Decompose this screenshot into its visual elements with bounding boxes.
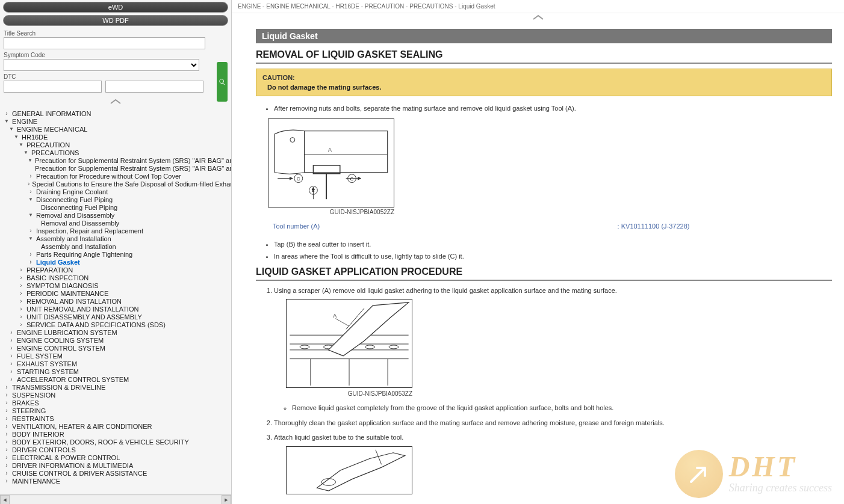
tree-item[interactable]: ›BASIC INSPECTION — [4, 274, 230, 281]
tree-item-label: ENGINE MECHANICAL — [17, 126, 87, 133]
tree-item[interactable]: ›MAINTENANCE — [4, 477, 230, 485]
nav-tree[interactable]: ›GENERAL INFORMATION▼ENGINE▼ENGINE MECHA… — [0, 107, 231, 494]
tree-item[interactable]: ›GENERAL INFORMATION — [4, 109, 230, 117]
tree-item[interactable]: ›RESTRAINTS — [4, 414, 230, 422]
tree-item[interactable]: Removal and Disassembly — [4, 219, 230, 227]
tree-item[interactable]: ›BRAKES — [4, 399, 230, 407]
tree-item[interactable]: ›FUEL SYSTEM — [4, 352, 230, 360]
tree-item[interactable]: Precaution for Supplemental Restraint Sy… — [4, 164, 230, 172]
tree-item[interactable]: ›DRIVER INFORMATION & MULTIMEDIA — [4, 461, 230, 469]
tree-item[interactable]: ›Special Cautions to Ensure the Safe Dis… — [4, 180, 230, 188]
symptom-code-select[interactable] — [4, 59, 199, 71]
tree-item[interactable]: ▼ENGINE — [4, 117, 230, 125]
tree-item[interactable]: ›EXHAUST SYSTEM — [4, 360, 230, 367]
tree-item-label: SYMPTOM DIAGNOSIS — [26, 282, 99, 289]
chevron-right-icon: › — [18, 274, 24, 281]
tree-item[interactable]: ▼HR16DE — [4, 133, 230, 141]
chevron-down-icon: ▼ — [18, 142, 24, 147]
tree-item-label: Removal and Disassembly — [41, 220, 119, 227]
tree-item[interactable]: ›BODY EXTERIOR, DOORS, ROOF & VEHICLE SE… — [4, 438, 230, 446]
sidebar-collapse-handle[interactable] — [0, 97, 231, 107]
caution-text: Do not damage the mating surfaces. — [262, 84, 825, 91]
tree-item[interactable]: ›SUSPENSION — [4, 391, 230, 399]
chevron-right-icon: › — [4, 438, 10, 445]
tree-item[interactable]: ›TRANSMISSION & DRIVELINE — [4, 383, 230, 391]
title-search-input[interactable] — [4, 37, 205, 49]
chevron-right-icon: › — [4, 431, 10, 437]
dtc-input-1[interactable] — [4, 81, 102, 93]
chevron-right-icon: › — [4, 454, 10, 461]
tree-item[interactable]: ›Liquid Gasket — [4, 258, 230, 266]
figure-3-svg — [287, 447, 412, 494]
tab-ewd[interactable]: eWD — [3, 2, 228, 13]
chevron-right-icon: › — [18, 266, 24, 273]
tree-item[interactable]: ›UNIT REMOVAL AND INSTALLATION — [4, 305, 230, 313]
tree-item[interactable]: ›UNIT DISASSEMBLY AND ASSEMBLY — [4, 313, 230, 321]
chevron-right-icon: › — [4, 415, 10, 422]
section-heading-application: LIQUID GASKET APPLICATION PROCEDURE — [256, 266, 832, 281]
chevron-down-icon: ▼ — [28, 158, 33, 163]
tree-item-label: UNIT REMOVAL AND INSTALLATION — [26, 306, 138, 313]
tree-item-label: PERIODIC MAINTENANCE — [26, 290, 108, 297]
tree-item[interactable]: ▼PRECAUTION — [4, 141, 230, 149]
tree-item[interactable]: ›ENGINE COOLING SYSTEM — [4, 336, 230, 344]
tree-item[interactable]: ›PREPARATION — [4, 266, 230, 274]
svg-text:A: A — [328, 147, 332, 153]
tree-item[interactable]: Assembly and Installation — [4, 242, 230, 250]
tree-item[interactable]: ›REMOVAL AND INSTALLATION — [4, 297, 230, 305]
bullet-item: Tap (B) the seal cutter to insert it. — [274, 239, 832, 250]
scroll-right-button[interactable]: ► — [222, 495, 231, 505]
tree-item-label: SUSPENSION — [12, 392, 55, 399]
tree-item-label: SERVICE DATA AND SPECIFICATIONS (SDS) — [26, 321, 166, 328]
figure-1-svg: A C B C — [268, 119, 394, 207]
chevron-down-icon: ▼ — [8, 126, 14, 132]
tree-item[interactable]: ▼Disconnecting Fuel Piping — [4, 195, 230, 203]
search-icon — [219, 78, 226, 85]
tree-item[interactable]: ›BODY INTERIOR — [4, 430, 230, 438]
tree-item[interactable]: ▼Removal and Disassembly — [4, 211, 230, 219]
chevron-right-icon: › — [8, 337, 14, 343]
content-collapse-handle[interactable] — [232, 13, 844, 23]
tree-item[interactable]: ›ENGINE CONTROL SYSTEM — [4, 344, 230, 352]
chevron-right-icon: › — [4, 384, 10, 390]
dtc-input-2[interactable] — [105, 81, 203, 93]
tree-item[interactable]: ›CRUISE CONTROL & DRIVER ASSISTANCE — [4, 469, 230, 477]
tree-item[interactable]: ›Draining Engine Coolant — [4, 188, 230, 195]
section-heading-removal: REMOVAL OF LIQUID GASKET SEALING — [256, 49, 832, 64]
figure-2: A — [286, 299, 412, 388]
svg-rect-27 — [288, 447, 411, 494]
tree-item[interactable]: ›PERIODIC MAINTENANCE — [4, 289, 230, 297]
tree-item-label: Assembly and Installation — [36, 235, 111, 242]
tab-wdpdf[interactable]: WD PDF — [3, 15, 228, 26]
chevron-right-icon: › — [18, 306, 24, 312]
tree-item[interactable]: ›Parts Requiring Angle Tightening — [4, 250, 230, 258]
tree-item[interactable]: ›ACCELERATOR CONTROL SYSTEM — [4, 375, 230, 383]
tree-item-label: EXHAUST SYSTEM — [17, 360, 77, 367]
search-button[interactable] — [217, 62, 228, 102]
tree-item[interactable]: ▼Assembly and Installation — [4, 235, 230, 242]
chevron-right-icon: › — [18, 298, 24, 304]
tree-item[interactable]: ›Inspection, Repair and Replacement — [4, 227, 230, 235]
tree-item[interactable]: ›Precaution for Procedure without Cowl T… — [4, 172, 230, 180]
tree-item[interactable]: ▼Precaution for Supplemental Restraint S… — [4, 156, 230, 164]
chevron-right-icon: › — [4, 423, 10, 429]
tree-item[interactable]: Disconnecting Fuel Piping — [4, 203, 230, 211]
tree-item[interactable]: ›STARTING SYSTEM — [4, 367, 230, 375]
chevron-right-icon: › — [4, 470, 10, 476]
tree-item[interactable]: ›SYMPTOM DIAGNOSIS — [4, 281, 230, 289]
tree-item[interactable]: ›STEERING — [4, 407, 230, 414]
tree-item[interactable]: ▼ENGINE MECHANICAL — [4, 125, 230, 133]
chevron-up-icon — [532, 14, 544, 20]
horizontal-scrollbar[interactable]: ◄ ► — [0, 494, 231, 504]
tree-item[interactable]: ›VENTILATION, HEATER & AIR CONDITIONER — [4, 422, 230, 430]
tree-item-label: Precaution for Supplemental Restraint Sy… — [35, 157, 231, 164]
list-item: Thoroughly clean the gasket application … — [274, 418, 832, 428]
tree-item[interactable]: ›ELECTRICAL & POWER CONTROL — [4, 453, 230, 461]
figure-2-svg: A — [287, 300, 412, 387]
tree-item[interactable]: ▼PRECAUTIONS — [4, 149, 230, 156]
scroll-left-button[interactable]: ◄ — [0, 495, 10, 505]
tree-item[interactable]: ›DRIVER CONTROLS — [4, 446, 230, 453]
tree-item-label: ACCELERATOR CONTROL SYSTEM — [17, 376, 129, 383]
tree-item[interactable]: ›ENGINE LUBRICATION SYSTEM — [4, 328, 230, 336]
tree-item[interactable]: ›SERVICE DATA AND SPECIFICATIONS (SDS) — [4, 321, 230, 328]
